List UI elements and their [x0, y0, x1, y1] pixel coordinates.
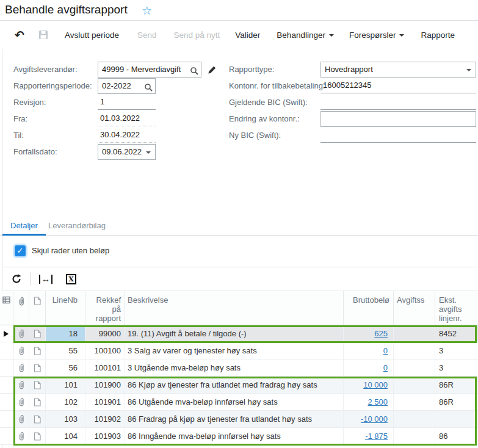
files-column-header[interactable] — [29, 291, 46, 325]
lookup-magnifier-icon[interactable] — [190, 65, 198, 80]
amount-link[interactable]: -1 875 — [365, 432, 388, 441]
row-notes-cell[interactable] — [13, 377, 29, 394]
row-files-cell[interactable] — [29, 428, 46, 445]
hide-empty-rows-checkbox[interactable]: ✓ — [15, 245, 26, 256]
hide-empty-rows-label: Skjul rader uten beløp — [32, 246, 109, 255]
amount-link[interactable]: 10 000 — [363, 380, 388, 389]
document-icon — [34, 415, 41, 424]
cell-ekst-avgifts-linjenr: 3 — [435, 342, 478, 359]
cell-avgiftss — [394, 325, 435, 342]
row-files-cell[interactable] — [29, 359, 46, 377]
row-settings-header[interactable] — [0, 291, 13, 325]
refresh-icon — [11, 273, 22, 284]
row-notes-cell[interactable] — [13, 342, 29, 359]
table-row[interactable]: 56 100101 3 Utgående mva-beløp høy sats … — [0, 359, 478, 377]
row-selector-cell[interactable] — [0, 411, 13, 428]
revisjon-value: 1 — [98, 95, 156, 110]
tab-leverandorbilag[interactable]: Leverandørbilag — [40, 219, 114, 236]
avslutt-periode-button[interactable]: Avslutt periode — [65, 31, 119, 40]
cell-avgiftss — [394, 359, 435, 377]
rapporter-menu-button[interactable]: Rapporte — [421, 31, 455, 40]
row-notes-cell[interactable] — [13, 325, 29, 342]
excel-export-icon: X — [66, 274, 76, 284]
foresporsler-menu-button[interactable]: Forespørsler — [349, 31, 405, 40]
favorite-star-icon[interactable]: ☆ — [142, 4, 152, 18]
row-notes-cell[interactable] — [13, 394, 29, 411]
cell-beskrivelse: 86 Inngående mva-beløp innførsel høy sat… — [125, 428, 344, 445]
table-row[interactable]: 55 100100 3 Salg av varer og tjenester h… — [0, 342, 478, 359]
edit-pencil-icon[interactable] — [208, 65, 217, 76]
cell-beskrivelse: 86 Utgående mva-beløp innførsel høy sats — [125, 394, 344, 411]
cell-beskrivelse: 86 Kjøp av tjenester fra utlandet med fr… — [125, 377, 344, 394]
lookup-magnifier-icon[interactable] — [144, 82, 153, 96]
rapporttype-value: Hovedrapport — [325, 65, 373, 74]
row-notes-cell[interactable] — [13, 411, 29, 428]
cell-ekst-avgifts-linjenr: 86 — [435, 428, 478, 445]
rapporttype-label: Rapporttype: — [229, 62, 319, 78]
table-row[interactable]: 103 101902 86 Fradrag på kjøp av tjenest… — [0, 411, 478, 428]
document-icon — [34, 364, 41, 372]
row-files-cell[interactable] — [29, 342, 46, 359]
fit-width-button[interactable]: ↔ — [39, 275, 53, 284]
document-icon — [34, 432, 41, 441]
column-header-avgiftss[interactable]: Avgiftss — [394, 291, 435, 325]
table-row[interactable]: 104 101903 86 Inngående mva-beløp innfør… — [0, 428, 478, 445]
amount-link[interactable]: 0 — [383, 346, 388, 355]
cell-ekst-avgifts-linjenr: 86R — [435, 394, 478, 411]
column-header-linenb[interactable]: LineNb — [46, 291, 85, 325]
selected-row-arrow-icon — [4, 331, 9, 337]
endring-kontonr-input[interactable] — [320, 111, 476, 127]
cell-avgiftss — [394, 428, 435, 445]
row-notes-cell[interactable] — [13, 359, 29, 377]
checkmark-icon: ✓ — [17, 246, 24, 255]
column-header-rekkef[interactable]: Rekkef på rapport — [85, 291, 125, 325]
send-button[interactable]: Send — [137, 31, 157, 40]
forfallsdato-field[interactable]: 09.06.2022 — [98, 144, 156, 160]
row-files-cell[interactable] — [29, 411, 46, 428]
row-files-cell[interactable] — [29, 394, 46, 411]
table-row[interactable]: 102 101901 86 Utgående mva-beløp innførs… — [0, 394, 478, 411]
row-files-cell[interactable] — [29, 325, 46, 342]
undo-button[interactable]: ↶ — [15, 28, 24, 42]
avgiftsleverandor-field[interactable]: 49999 - Merverdiavgift Skat — [98, 62, 201, 78]
cell-linenb: 56 — [46, 359, 85, 377]
send-pa-nytt-button[interactable]: Send på nytt — [174, 31, 220, 40]
cell-beskrivelse: 3 Utgående mva-beløp høy sats — [125, 359, 344, 377]
cell-avgiftss — [394, 394, 435, 411]
table-row[interactable]: 101 101900 86 Kjøp av tjenester fra utla… — [0, 377, 478, 394]
row-files-cell[interactable] — [29, 377, 46, 394]
ny-bic-label: Ny BIC (Swift): — [229, 128, 319, 143]
row-selector-cell[interactable] — [0, 394, 13, 411]
row-notes-cell[interactable] — [13, 428, 29, 445]
column-header-ekst-avgifts-linjenr[interactable]: Ekst. avgifts linjenr. — [435, 291, 478, 325]
column-header-beskrivelse[interactable]: Beskrivelse — [125, 291, 344, 325]
amount-link[interactable]: 625 — [374, 329, 388, 338]
rapporteringsperiode-field[interactable]: 02-2022 — [98, 78, 156, 94]
cell-ekst-avgifts-linjenr: 8452 — [435, 325, 478, 342]
save-button[interactable] — [38, 30, 48, 40]
tab-detaljer[interactable]: Detaljer — [2, 219, 46, 236]
grid-settings-icon — [2, 296, 10, 304]
table-row[interactable]: 18 99000 19. (11) Avgift å betale / tilg… — [0, 325, 478, 342]
column-header-bruttobelop[interactable]: Bruttobelø — [344, 291, 394, 325]
tabbar: Detaljer Leverandørbilag — [0, 219, 478, 236]
cell-bruttobelop: -1 875 — [344, 428, 394, 445]
row-selector-cell[interactable] — [0, 342, 13, 359]
amount-link[interactable]: 2 500 — [368, 397, 388, 406]
row-selector-cell[interactable] — [0, 377, 13, 394]
rapporttype-select[interactable]: Hovedrapport — [320, 62, 476, 78]
row-selector-cell[interactable] — [0, 359, 13, 377]
cell-avgiftss — [394, 342, 435, 359]
behandlinger-menu-button[interactable]: Behandlinger — [277, 31, 334, 40]
gjeldende-bic-value — [320, 95, 476, 110]
row-selector-cell[interactable] — [0, 428, 13, 445]
report-header-form: Avgiftsleverandør: 49999 - Merverdiavgif… — [0, 49, 478, 219]
valider-button[interactable]: Valider — [235, 31, 260, 40]
avgiftsleverandor-label: Avgiftsleverandør: — [13, 62, 96, 78]
notes-column-header[interactable] — [13, 291, 29, 325]
export-excel-button[interactable]: X — [66, 274, 76, 284]
refresh-button[interactable] — [11, 273, 22, 284]
row-selector-cell[interactable] — [0, 325, 13, 342]
amount-link[interactable]: -10 000 — [361, 414, 388, 424]
amount-link[interactable]: 0 — [383, 363, 388, 372]
